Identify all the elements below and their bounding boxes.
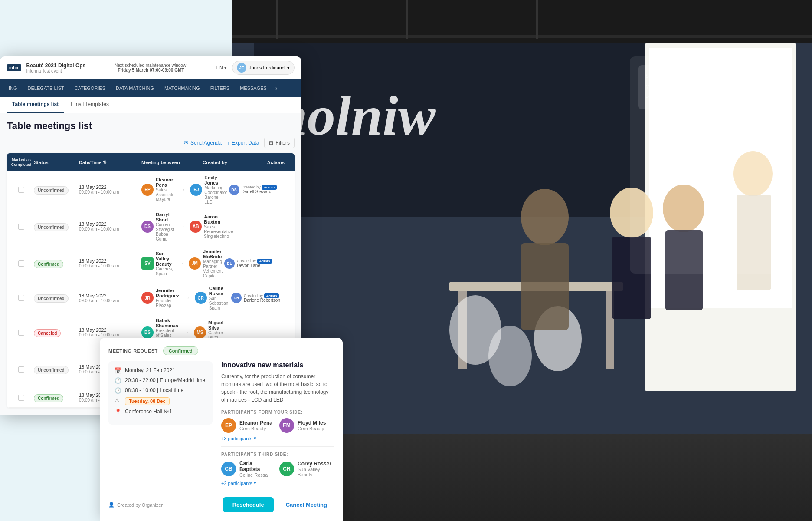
participant-card-3: CB Carla Baptista Celine Rossa	[221, 460, 272, 478]
time-value: 09:00 am - 10:00 am	[79, 227, 140, 231]
date-value: 18 May 2022	[79, 221, 140, 227]
actions-cell[interactable]: ⋮	[293, 222, 295, 231]
participant-name: Eleanor Pena	[239, 420, 272, 426]
participant-name: Carla Baptista	[239, 460, 272, 472]
time-value: 09:00 am - 10:00 am	[79, 264, 140, 268]
time-local-detail: 🕑 08:30 - 10:00 | Local time	[115, 387, 206, 394]
participant-info: Jennifer Rodriguez Founder Plexzap	[156, 288, 179, 308]
send-agenda-button[interactable]: ✉ Send Agenda	[184, 140, 222, 146]
actions-cell[interactable]: ⋮	[287, 328, 295, 336]
nav-item-categories[interactable]: CATEGORIES	[69, 79, 111, 97]
th-marked: Marked as Completed	[10, 158, 32, 167]
more-options-icon[interactable]: ⋮	[294, 259, 295, 267]
sort-icon: ⇅	[103, 160, 106, 165]
filter-icon: ⊟	[269, 140, 273, 146]
status-badge: Unconfirmed	[34, 223, 69, 231]
actions-cell[interactable]: ⋮	[282, 259, 295, 267]
participant-avatar: CB	[221, 462, 236, 476]
participant-avatar: JR	[141, 292, 154, 304]
created-by-label: Created by Organizer	[117, 502, 163, 508]
actions-cell[interactable]: ⋮	[287, 185, 295, 194]
nav-item-messages[interactable]: MESSAGES	[235, 79, 272, 97]
participant-role: Content Strategist	[156, 222, 174, 232]
tab-table-meetings-list[interactable]: Table meetings list	[7, 97, 64, 113]
date-time-cell: 18 May 2022 09:00 am - 10:00 am	[79, 221, 140, 231]
table-row: Unconfirmed 18 May 2022 09:00 am - 10:00…	[7, 208, 295, 245]
participant-card-4: CR Corey Rosser Sun Valley Beauty	[279, 461, 334, 477]
nav-more-button[interactable]: ›	[272, 85, 281, 92]
warning-icon: ⚠	[115, 397, 121, 404]
participant-name: Celine Rossa	[209, 286, 229, 296]
meeting-between-cell: DS Darryl Short Content Strategist Bubba…	[141, 212, 233, 241]
participant-avatar: JM	[189, 257, 201, 270]
nav-item-delegate-list[interactable]: DELEGATE LIST	[23, 79, 69, 97]
created-by-name: Darrell Steward	[242, 189, 277, 194]
participant-company: Celine Rossa	[239, 472, 272, 478]
actions-cell[interactable]: ⋮	[289, 294, 295, 302]
participant-company: Gem Beauty	[239, 426, 272, 431]
participant-company: Barone LLC.	[204, 195, 227, 204]
chevron-down-icon: ▾	[224, 65, 227, 71]
calendar-icon: 📅	[115, 367, 121, 374]
table-row: Unconfirmed 18 May 2022 09:00 am - 10:00…	[7, 171, 295, 208]
date-time-cell: 18 May 2022 09:00 am - 10:00 am	[79, 293, 140, 303]
third-participants-list: CB Carla Baptista Celine Rossa CR Corey …	[221, 460, 334, 478]
meeting-between-cell: EP Eleanor Pena Sales Associate Mayura →…	[141, 175, 227, 204]
participant-1: DS Darryl Short Content Strategist Bubba…	[141, 212, 174, 241]
cancel-meeting-button[interactable]: Cancel Meeting	[279, 497, 334, 512]
table-row: Confirmed 18 May 2022 09:00 am - 10:00 a…	[7, 245, 295, 282]
participant-avatar: EP	[221, 418, 236, 433]
participant-name: Aaron Buxton	[204, 214, 233, 224]
participant-company: Plexzap	[156, 303, 179, 308]
more-your-participants[interactable]: +3 participants ▾	[221, 435, 334, 441]
row-checkbox[interactable]	[10, 187, 32, 193]
nav-item-ing[interactable]: ING	[3, 79, 23, 97]
maintenance-info: Next scheduled maintenance window: Frida…	[115, 63, 187, 73]
user-menu-button[interactable]: JF Jones Ferdinand ▾	[232, 61, 295, 75]
modal-meeting-title: Innovative new materials	[221, 361, 334, 369]
participant-name: Sun Valley Beauty	[156, 251, 173, 267]
created-by-footer: 👤 Created by Organizer	[108, 502, 163, 508]
top-bar-left: infor Beauté 2021 Digital Ops Informa Te…	[7, 63, 85, 73]
time-europe: 20:30 - 22:00 | Europe/Madrid time	[125, 377, 205, 383]
status-badge: Canceled	[34, 329, 61, 337]
participant-avatar: CR	[195, 292, 207, 304]
more-third-participants[interactable]: +2 participants ▾	[221, 480, 334, 486]
row-checkbox[interactable]	[10, 366, 32, 373]
participant-card-info: Corey Rosser Sun Valley Beauty	[298, 461, 334, 477]
time-europe-detail: 🕐 20:30 - 22:00 | Europe/Madrid time	[115, 377, 206, 384]
tab-email-templates[interactable]: Email Templates	[65, 97, 114, 113]
row-checkbox[interactable]	[10, 295, 32, 301]
status-badge: Unconfirmed	[34, 186, 69, 195]
modal-details-col: 📅 Monday, 21 Feb 2021 🕐 20:30 - 22:00 | …	[108, 361, 213, 491]
user-avatar: JF	[237, 63, 246, 73]
clock-icon: 🕐	[115, 377, 121, 384]
row-checkbox[interactable]	[10, 395, 32, 401]
your-participants-list: EP Eleanor Pena Gem Beauty FM Floyd Mile…	[221, 418, 334, 433]
modal-footer: 👤 Created by Organizer Reschedule Cancel…	[108, 497, 334, 512]
separator-icon: →	[178, 223, 185, 231]
export-data-button[interactable]: ↑ Export Data	[227, 140, 259, 146]
row-checkbox[interactable]	[10, 224, 32, 230]
row-checkbox[interactable]	[10, 260, 32, 267]
nav-item-filters[interactable]: FILTERS	[205, 79, 235, 97]
more-third-label: +2 participants	[221, 481, 252, 486]
nav-item-data-matching[interactable]: DATA MATCHING	[111, 79, 159, 97]
modal-actions: Reschedule Cancel Meeting	[223, 497, 334, 512]
reschedule-button[interactable]: Reschedule	[223, 497, 274, 512]
filters-button[interactable]: ⊟ Filters	[264, 138, 295, 148]
modal-content: 📅 Monday, 21 Feb 2021 🕐 20:30 - 22:00 | …	[108, 361, 334, 491]
created-by-avatar: DS	[229, 185, 239, 195]
participant-avatar: SV	[141, 257, 154, 270]
meeting-between-cell: SV Sun Valley Beauty Cáceres, Spain → JM…	[141, 249, 223, 278]
language-selector[interactable]: EN ▾	[216, 65, 227, 71]
logo: infor	[7, 64, 21, 71]
participant-role: President of Sales	[156, 328, 178, 338]
table-row: Unconfirmed 18 May 2022 09:00 am - 10:00…	[7, 282, 295, 314]
row-checkbox[interactable]	[10, 330, 32, 336]
nav-item-matchmaking[interactable]: MATCHMAKING	[159, 79, 205, 97]
participant-role: San Sebastian, Spain	[209, 296, 229, 310]
created-by-info: Created by Admin Darlene Robertson	[244, 293, 280, 303]
export-icon: ↑	[227, 140, 229, 146]
separator-icon: →	[179, 186, 186, 194]
